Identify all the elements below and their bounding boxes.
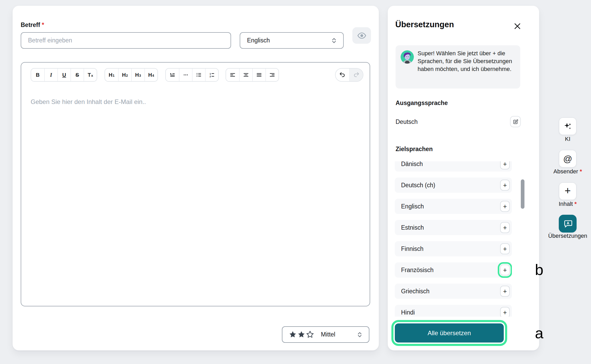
toolbar-heading-3-button[interactable]: H3 — [131, 69, 144, 81]
toolbar-clear-formatting-button[interactable]: Tx — [84, 69, 97, 81]
email-body-placeholder: Geben Sie hier den Inhalt der E-Mail ein… — [31, 98, 146, 106]
language-select-value: Englisch — [247, 37, 270, 44]
subject-label: Betreff * — [21, 21, 44, 29]
sidebar-label-absender: Absender * — [536, 168, 591, 175]
blockquote-button[interactable] — [166, 69, 179, 81]
toolbar-align-group — [226, 68, 279, 82]
chevron-updown-icon — [331, 37, 337, 44]
toolbar-heading-2-button[interactable]: H2 — [118, 69, 131, 81]
language-row: Deutsch (ch)+ — [395, 178, 512, 193]
add-language-button[interactable]: + — [500, 201, 510, 212]
svg-text:A: A — [567, 221, 569, 225]
blockquote-icon — [169, 72, 176, 78]
language-name: Estnisch — [401, 224, 424, 231]
language-name: Englisch — [401, 203, 424, 210]
annotation-b: b — [535, 261, 543, 278]
add-language-button[interactable]: + — [500, 307, 510, 317]
star-filled-icon — [297, 330, 305, 339]
preview-button[interactable] — [352, 27, 371, 44]
sidebar-label-inhalt: Inhalt * — [536, 201, 591, 207]
sparkles-icon — [563, 122, 572, 131]
toolbar-heading-1-button[interactable]: H1 — [105, 69, 118, 81]
star-outline-icon — [306, 330, 314, 339]
required-asterisk: * — [580, 168, 582, 175]
edit-source-language-button[interactable] — [510, 116, 521, 127]
align-right-button[interactable] — [265, 69, 278, 81]
redo-button[interactable] — [349, 69, 363, 81]
star-filled-icon — [289, 330, 297, 339]
language-row: Englisch+ — [395, 199, 512, 214]
sidebar-label-uebersetzungen: Übersetzungen — [536, 233, 591, 239]
toolbar-heading-4-button[interactable]: H4 — [144, 69, 157, 81]
language-select[interactable]: Englisch — [240, 32, 344, 49]
required-asterisk: * — [42, 21, 44, 28]
add-language-button[interactable]: + — [500, 243, 510, 254]
align-justify-button[interactable] — [252, 69, 265, 81]
language-row: Hindi+ — [395, 305, 512, 317]
language-name: Deutsch (ch) — [401, 182, 435, 189]
language-row: Französisch+ — [395, 262, 512, 278]
close-icon — [513, 22, 522, 30]
difficulty-value: Mittel — [321, 331, 335, 338]
language-name: Dänisch — [401, 161, 423, 168]
panel-title: Übersetzungen — [395, 20, 454, 29]
svg-text:1: 1 — [210, 72, 211, 75]
toolbar-history-group — [335, 68, 363, 82]
add-language-button[interactable]: + — [500, 180, 510, 191]
sidebar-item-absender[interactable]: @ — [559, 150, 577, 168]
align-center-button[interactable] — [239, 69, 252, 81]
source-language-value: Deutsch — [396, 118, 418, 125]
toolbar-italic-button[interactable]: I — [44, 69, 57, 81]
list-scrollbar-thumb[interactable] — [521, 179, 524, 209]
align-justify-icon — [256, 72, 262, 78]
language-name: Finnisch — [401, 245, 424, 252]
required-asterisk: * — [574, 201, 577, 207]
toolbar-strikethrough-button[interactable]: S — [70, 69, 84, 81]
sidebar-item-inhalt[interactable]: + — [559, 182, 577, 200]
email-body-editor[interactable]: BIUSTx H1H2H3H4 — [21, 62, 370, 306]
language-row: Finnisch+ — [395, 241, 512, 256]
language-name: Griechisch — [401, 288, 430, 295]
language-row: Estnisch+ — [395, 220, 512, 235]
align-right-icon — [269, 72, 275, 78]
toolbar-heading-group: H1H2H3H4 — [105, 68, 158, 82]
language-name: Französisch — [401, 267, 434, 274]
target-language-list: Dänisch+Deutsch (ch)+Englisch+Estnisch+F… — [395, 161, 512, 317]
language-name: Hindi — [401, 309, 415, 316]
sidebar-item-uebersetzungen[interactable]: A — [559, 215, 577, 233]
chevron-updown-icon — [356, 331, 363, 338]
undo-button[interactable] — [336, 69, 349, 81]
assistant-info-box: Super! Wählen Sie jetzt über + die Sprac… — [396, 45, 520, 89]
ordered-list-button[interactable]: 1 2 — [205, 69, 218, 81]
difficulty-select[interactable]: Mittel — [282, 326, 369, 343]
align-center-icon — [243, 72, 249, 78]
add-language-button[interactable]: + — [500, 222, 510, 233]
undo-icon — [339, 71, 346, 78]
horizontal-rule-button[interactable] — [179, 69, 192, 81]
svg-text:2: 2 — [210, 75, 211, 78]
assistant-avatar — [401, 50, 414, 64]
sidebar-item-ki[interactable] — [559, 117, 577, 135]
at-icon: @ — [563, 154, 572, 164]
add-language-button[interactable]: + — [500, 264, 510, 275]
language-row: Dänisch+ — [395, 161, 512, 172]
add-language-button[interactable]: + — [500, 286, 510, 297]
toolbar-bold-button[interactable]: B — [31, 69, 44, 81]
translate-all-button[interactable]: Alle übersetzen — [395, 323, 504, 343]
align-left-icon — [229, 72, 236, 78]
language-row: Griechisch+ — [395, 284, 512, 299]
email-editor-card: Betreff * Englisch BIUSTx H1H2H3H4 — [13, 6, 379, 350]
subject-label-text: Betreff — [21, 21, 40, 28]
translations-panel: Übersetzungen Super! Wählen Si — [388, 6, 539, 350]
toolbar-format-group: BIUSTx — [31, 68, 97, 82]
add-language-button[interactable]: + — [500, 161, 510, 169]
edit-pencil-icon — [513, 119, 518, 125]
toolbar-list-group: 1 2 — [165, 68, 219, 82]
bullet-list-button[interactable] — [192, 69, 205, 81]
target-languages-label: Zielsprachen — [396, 146, 433, 153]
close-panel-button[interactable] — [512, 21, 523, 31]
align-left-button[interactable] — [226, 69, 239, 81]
toolbar-underline-button[interactable]: U — [57, 69, 70, 81]
assistant-message: Super! Wählen Sie jetzt über + die Sprac… — [418, 49, 517, 73]
subject-input[interactable] — [21, 32, 231, 49]
